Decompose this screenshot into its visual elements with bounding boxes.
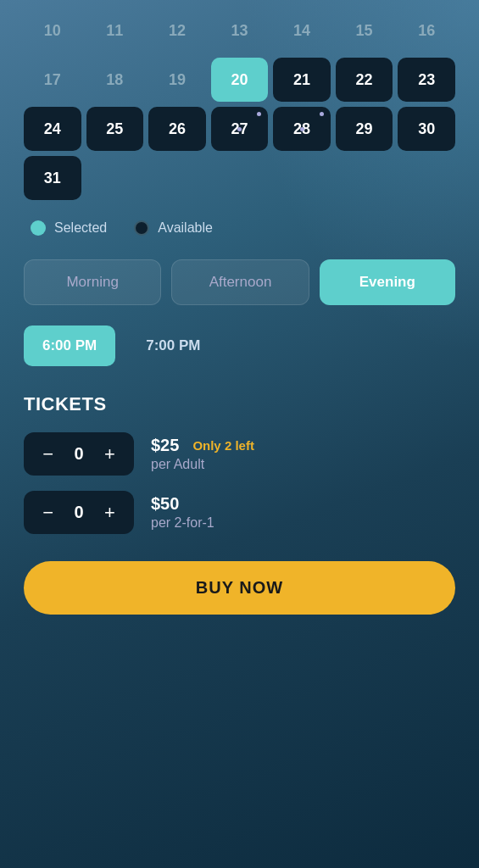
ticket-count-1: 0 xyxy=(70,503,87,522)
calendar-day-28[interactable]: 28 xyxy=(273,107,331,151)
calendar-day-empty xyxy=(211,156,269,200)
calendar-section: 1011121314151617181920212223242526272829… xyxy=(24,0,455,200)
ticket-price-0: $25 xyxy=(151,436,179,455)
ticket-type-0: per Adult xyxy=(151,457,254,472)
ticket-row-0: − 0 + $25 Only 2 left per Adult xyxy=(24,432,455,476)
ticket-price-row-1: $50 xyxy=(151,494,214,514)
increment-button-1[interactable]: + xyxy=(103,504,117,522)
calendar-day-20[interactable]: 20 xyxy=(211,58,269,102)
calendar-grid: 1011121314151617181920212223242526272829… xyxy=(24,8,455,200)
calendar-day-empty xyxy=(398,156,455,200)
calendar-day-empty xyxy=(148,156,206,200)
legend-selected-label: Selected xyxy=(54,220,107,236)
calendar-day-19: 19 xyxy=(148,58,206,102)
time-of-day-tabs: MorningAfternoonEvening xyxy=(24,259,455,305)
available-dot xyxy=(134,220,149,236)
calendar-day-empty xyxy=(336,156,393,200)
calendar-day-25[interactable]: 25 xyxy=(86,107,144,151)
decrement-button-0[interactable]: − xyxy=(41,445,55,464)
ticket-price-row-0: $25 Only 2 left xyxy=(151,436,254,455)
calendar-day-12: 12 xyxy=(148,8,206,53)
ticket-list: − 0 + $25 Only 2 left per Adult − 0 + $5… xyxy=(24,432,455,534)
ticket-info-1: $50 per 2-for-1 xyxy=(151,494,214,531)
tickets-title: TICKETS xyxy=(24,393,455,415)
calendar-day-empty xyxy=(273,156,331,200)
calendar-day-31[interactable]: 31 xyxy=(24,156,81,200)
calendar-day-15: 15 xyxy=(336,8,393,53)
calendar-day-18: 18 xyxy=(86,58,144,102)
time-tab-evening[interactable]: Evening xyxy=(320,259,455,305)
legend-available: Available xyxy=(134,220,213,236)
increment-button-0[interactable]: + xyxy=(103,445,117,464)
time-slot-0[interactable]: 6:00 PM xyxy=(24,326,115,366)
ticket-stepper-0: − 0 + xyxy=(24,432,134,476)
calendar-day-14: 14 xyxy=(273,8,331,53)
decrement-button-1[interactable]: − xyxy=(41,504,55,522)
time-tab-morning[interactable]: Morning xyxy=(24,259,161,305)
calendar-day-11: 11 xyxy=(86,8,144,53)
calendar-day-27[interactable]: 27 xyxy=(211,107,269,151)
time-slot-1[interactable]: 7:00 PM xyxy=(127,326,219,366)
ticket-availability-0: Only 2 left xyxy=(192,438,254,453)
ticket-info-0: $25 Only 2 left per Adult xyxy=(151,436,254,472)
calendar-day-empty xyxy=(86,156,144,200)
ticket-row-1: − 0 + $50 per 2-for-1 xyxy=(24,491,455,534)
ticket-type-1: per 2-for-1 xyxy=(151,515,214,531)
calendar-day-29[interactable]: 29 xyxy=(336,107,393,151)
calendar-day-17: 17 xyxy=(24,58,81,102)
calendar-day-10: 10 xyxy=(24,8,81,53)
buy-now-button[interactable]: BUY NOW xyxy=(24,561,455,615)
legend-available-label: Available xyxy=(158,220,213,236)
selected-dot xyxy=(31,220,46,236)
calendar-legend: Selected Available xyxy=(24,220,455,236)
ticket-count-0: 0 xyxy=(70,444,87,464)
calendar-day-21[interactable]: 21 xyxy=(273,58,331,102)
calendar-day-26[interactable]: 26 xyxy=(148,107,206,151)
calendar-day-30[interactable]: 30 xyxy=(398,107,455,151)
calendar-day-22[interactable]: 22 xyxy=(336,58,393,102)
tickets-section: TICKETS − 0 + $25 Only 2 left per Adult … xyxy=(24,393,455,534)
calendar-day-24[interactable]: 24 xyxy=(24,107,81,151)
ticket-price-1: $50 xyxy=(151,494,179,514)
calendar-day-23[interactable]: 23 xyxy=(398,58,455,102)
time-slots: 6:00 PM7:00 PM xyxy=(24,326,455,366)
ticket-stepper-1: − 0 + xyxy=(24,491,134,534)
legend-selected: Selected xyxy=(31,220,107,236)
calendar-day-13: 13 xyxy=(211,8,269,53)
calendar-day-16: 16 xyxy=(398,8,455,53)
time-tab-afternoon[interactable]: Afternoon xyxy=(171,259,309,305)
